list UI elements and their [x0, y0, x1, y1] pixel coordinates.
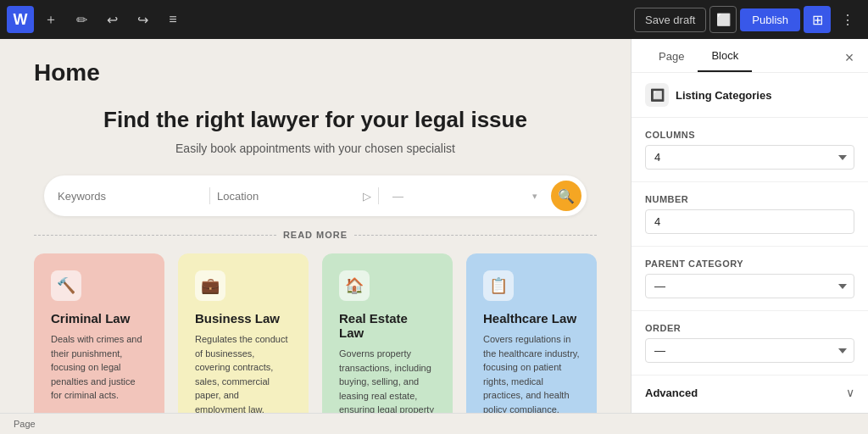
card-business-law[interactable]: 💼 Business Law Regulates the conduct of …	[178, 253, 309, 413]
page-footer: Page	[0, 413, 868, 434]
undo-button[interactable]: ↩	[98, 6, 125, 33]
search-dropdown[interactable]: — ▾	[386, 190, 544, 203]
right-panel: Page Block × 🔲 Listing Categories COLUMN…	[631, 39, 868, 413]
parent-category-select[interactable]: —	[645, 274, 854, 298]
card-desc-business-law: Regulates the conduct of businesses, cov…	[195, 332, 292, 413]
list-view-button[interactable]: ≡	[159, 6, 186, 33]
main-layout: Home Find the right lawyer for your lega…	[0, 39, 868, 413]
card-real-estate-law[interactable]: 🏠 Real Estate Law Governs property trans…	[322, 253, 453, 413]
columns-label: COLUMNS	[645, 130, 854, 140]
editor-area: Home Find the right lawyer for your lega…	[0, 39, 631, 413]
search-divider-2	[378, 187, 379, 204]
advanced-section[interactable]: Advanced ∨	[632, 376, 868, 409]
page-title: Home	[34, 59, 597, 86]
search-keywords-input[interactable]	[58, 190, 203, 203]
listing-categories-grid: 🔨 Criminal Law Deals with crimes and the…	[34, 253, 597, 413]
wp-logo[interactable]: W	[7, 6, 34, 33]
settings-icon: ⊞	[812, 12, 823, 28]
search-divider	[209, 187, 210, 204]
search-bar: ▷ — ▾ 🔍	[44, 175, 587, 216]
pencil-icon: ✏	[76, 12, 87, 28]
wp-icon: W	[14, 11, 28, 29]
settings-button[interactable]: ⊞	[804, 6, 831, 33]
card-desc-real-estate-law: Governs property transactions, including…	[339, 347, 436, 413]
number-label: NUMBER	[645, 194, 854, 204]
advanced-chevron-icon: ∨	[846, 386, 854, 399]
block-title: Listing Categories	[676, 89, 771, 102]
dropdown-value: —	[392, 190, 403, 203]
preview-icon: ⬜	[716, 13, 731, 26]
card-desc-criminal-law: Deals with crimes and their punishment, …	[51, 332, 147, 403]
block-icon: 🔲	[645, 83, 669, 107]
order-select[interactable]: —	[645, 338, 854, 363]
search-icon: 🔍	[558, 188, 575, 204]
redo-button[interactable]: ↪	[129, 6, 156, 33]
search-location-wrapper: ▷	[217, 190, 371, 203]
location-pin-icon: ▷	[363, 190, 371, 203]
parent-category-label: PARENT CATEGORY	[645, 259, 854, 269]
panel-tabs: Page Block ×	[632, 39, 868, 73]
publish-button[interactable]: Publish	[740, 8, 800, 31]
card-icon-business-law: 💼	[195, 270, 225, 301]
order-section: ORDER —	[632, 311, 868, 376]
toolbar: W ＋ ✏ ↩ ↪ ≡ Save draft ⬜ Publish ⊞ ⋮	[0, 0, 868, 39]
card-title-criminal-law: Criminal Law	[51, 311, 147, 326]
dropdown-chevron-icon: ▾	[532, 191, 537, 202]
tab-page[interactable]: Page	[645, 39, 698, 72]
card-criminal-law[interactable]: 🔨 Criminal Law Deals with crimes and the…	[34, 253, 164, 413]
number-section: NUMBER	[632, 182, 868, 247]
panel-block-header: 🔲 Listing Categories	[632, 73, 868, 118]
preview-button[interactable]: ⬜	[709, 6, 737, 33]
footer-label: Page	[14, 419, 36, 429]
parent-category-section: PARENT CATEGORY —	[632, 247, 868, 311]
add-block-toolbar-button[interactable]: ＋	[37, 6, 64, 33]
redo-icon: ↪	[137, 12, 148, 28]
card-icon-real-estate-law: 🏠	[339, 270, 370, 301]
hero-headline: Find the right lawyer for your legal iss…	[34, 107, 597, 133]
order-label: ORDER	[645, 323, 854, 333]
plus-icon: ＋	[44, 11, 58, 29]
hero-section: Find the right lawyer for your legal iss…	[34, 107, 597, 155]
card-title-business-law: Business Law	[195, 311, 292, 326]
card-title-healthcare-law: Healthcare Law	[483, 311, 580, 326]
card-healthcare-law[interactable]: 📋 Healthcare Law Covers regulations in t…	[466, 253, 597, 413]
more-options-button[interactable]: ⋮	[834, 6, 861, 33]
read-more-row: READ MORE	[34, 230, 597, 240]
tab-block[interactable]: Block	[698, 39, 752, 72]
listing-categories-icon: 🔲	[650, 88, 665, 102]
search-location-input[interactable]	[217, 190, 359, 203]
advanced-label: Advanced	[645, 387, 698, 399]
tools-button[interactable]: ✏	[68, 6, 95, 33]
columns-select[interactable]: 4 1 2 3	[645, 145, 854, 170]
read-more-line-right	[354, 235, 597, 236]
card-icon-healthcare-law: 📋	[483, 270, 514, 301]
save-draft-button[interactable]: Save draft	[634, 8, 706, 32]
search-submit-button[interactable]: 🔍	[551, 181, 581, 211]
card-icon-criminal-law: 🔨	[51, 270, 81, 301]
number-input[interactable]	[645, 209, 854, 234]
card-desc-healthcare-law: Covers regulations in the healthcare ind…	[483, 332, 580, 413]
read-more-line-left	[34, 235, 276, 236]
more-icon: ⋮	[841, 12, 854, 28]
card-title-real-estate-law: Real Estate Law	[339, 311, 436, 340]
hero-subtext: Easily book appointments with your chose…	[34, 142, 597, 155]
columns-section: COLUMNS 4 1 2 3	[632, 118, 868, 182]
list-icon: ≡	[169, 12, 176, 27]
panel-close-button[interactable]: ×	[837, 46, 861, 70]
undo-icon: ↩	[107, 12, 118, 28]
read-more-label[interactable]: READ MORE	[283, 230, 348, 240]
